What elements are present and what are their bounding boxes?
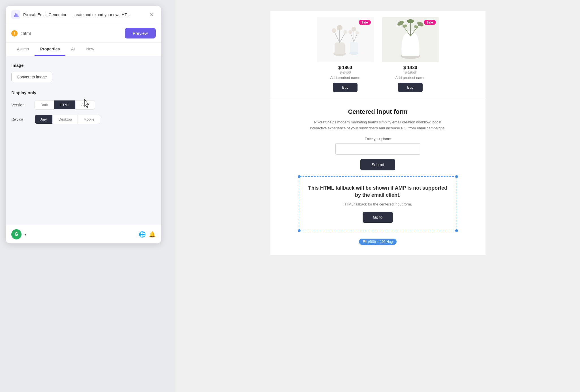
corner-tl xyxy=(298,175,301,178)
tab-ai[interactable]: AI xyxy=(65,43,80,56)
corner-bl xyxy=(298,229,301,232)
left-panel: Pixcraft Email Generator — create and ex… xyxy=(6,6,161,243)
product-image-1: Sale xyxy=(317,17,374,62)
submit-button[interactable]: Submit xyxy=(360,159,395,170)
bell-icon[interactable]: 🔔 xyxy=(149,231,156,238)
product-name-1: Add product name xyxy=(330,76,360,80)
svg-point-11 xyxy=(343,30,347,34)
svg-point-19 xyxy=(356,31,359,35)
product-price-main-2: $ 1430 xyxy=(403,65,417,70)
avatar: G xyxy=(11,229,22,239)
product-price-old-1: $ 2460 xyxy=(340,70,351,74)
chevron-down-icon[interactable]: ▾ xyxy=(24,232,26,237)
device-mobile-button[interactable]: Mobile xyxy=(78,115,100,124)
warning-icon: ! xyxy=(11,30,18,37)
device-row: Device: Any Desktop Mobile xyxy=(11,115,156,124)
hash-row: ! #html Preview xyxy=(6,24,161,43)
fallback-box: This HTML fallback will be shown if AMP … xyxy=(299,176,457,231)
panel-header: Pixcraft Email Generator — create and ex… xyxy=(6,6,161,24)
version-amp-button[interactable]: AMP xyxy=(76,100,95,109)
globe-icon[interactable]: 🌐 xyxy=(139,231,146,238)
svg-point-9 xyxy=(332,28,336,33)
fallback-title: This HTML fallback will be shown if AMP … xyxy=(308,185,448,199)
form-title: Centered input form xyxy=(282,108,474,115)
panel-footer: G ▾ 🌐 🔔 xyxy=(6,225,161,243)
svg-point-26 xyxy=(407,19,414,23)
product-card-1: Sale xyxy=(316,17,375,92)
phone-input[interactable] xyxy=(335,143,420,155)
buy-button-1[interactable]: Buy xyxy=(333,83,357,92)
image-section-title: Image xyxy=(11,63,156,68)
close-button[interactable]: ✕ xyxy=(148,11,156,19)
form-description: Pixcraft helps modern marketing teams si… xyxy=(307,119,449,131)
products-section: Sale xyxy=(270,11,485,98)
product-price-old-2: $ 1950 xyxy=(405,70,416,74)
app-logo xyxy=(11,10,20,19)
goto-button[interactable]: Go to xyxy=(363,212,393,223)
display-only-title: Display only xyxy=(11,90,156,95)
product-name-2: Add product name xyxy=(395,76,425,80)
tabs-row: Assets Properties AI New xyxy=(6,43,161,56)
email-canvas: Sale xyxy=(270,11,485,255)
corner-br xyxy=(455,229,458,232)
sale-badge-1: Sale xyxy=(359,20,371,25)
corner-tr xyxy=(455,175,458,178)
device-desktop-button[interactable]: Desktop xyxy=(53,115,78,124)
convert-to-image-button[interactable]: Convert to image xyxy=(11,72,52,82)
buy-button-2[interactable]: Buy xyxy=(398,83,422,92)
version-row: Version: Both HTML AMP xyxy=(11,100,156,110)
form-section: Centered input form Pixcraft helps moder… xyxy=(270,98,485,255)
svg-point-10 xyxy=(337,25,343,31)
tab-properties[interactable]: Properties xyxy=(35,43,65,56)
device-toggle-group: Any Desktop Mobile xyxy=(35,115,100,124)
panel-title: Pixcraft Email Generator — create and ex… xyxy=(23,12,145,17)
preview-button[interactable]: Preview xyxy=(125,28,156,38)
panel-content: Image Convert to image Display only Vers… xyxy=(6,56,161,225)
version-label: Version: xyxy=(11,103,31,107)
svg-rect-13 xyxy=(350,42,358,54)
tab-assets[interactable]: Assets xyxy=(11,43,35,56)
version-both-button[interactable]: Both xyxy=(35,100,54,109)
svg-point-18 xyxy=(352,27,356,31)
device-label: Device: xyxy=(11,117,31,122)
right-panel: Sale xyxy=(176,0,580,392)
device-any-button[interactable]: Any xyxy=(35,115,53,124)
phone-label: Enter your phone xyxy=(282,137,474,141)
product-image-2: Sale xyxy=(382,17,439,62)
svg-rect-5 xyxy=(335,42,345,54)
hash-label: #html xyxy=(20,31,122,36)
sale-badge-2: Sale xyxy=(424,20,436,25)
product-price-main-1: $ 1860 xyxy=(338,65,352,70)
product-card-2: Sale xyxy=(381,17,440,92)
version-html-button[interactable]: HTML xyxy=(54,100,76,109)
fallback-subtitle: HTML fallback for the centered input for… xyxy=(308,202,448,206)
tab-new[interactable]: New xyxy=(81,43,100,56)
version-toggle-group: Both HTML AMP xyxy=(35,100,95,110)
svg-point-17 xyxy=(348,30,352,34)
size-badge: Fill (600) × 192 Hug xyxy=(359,239,397,245)
